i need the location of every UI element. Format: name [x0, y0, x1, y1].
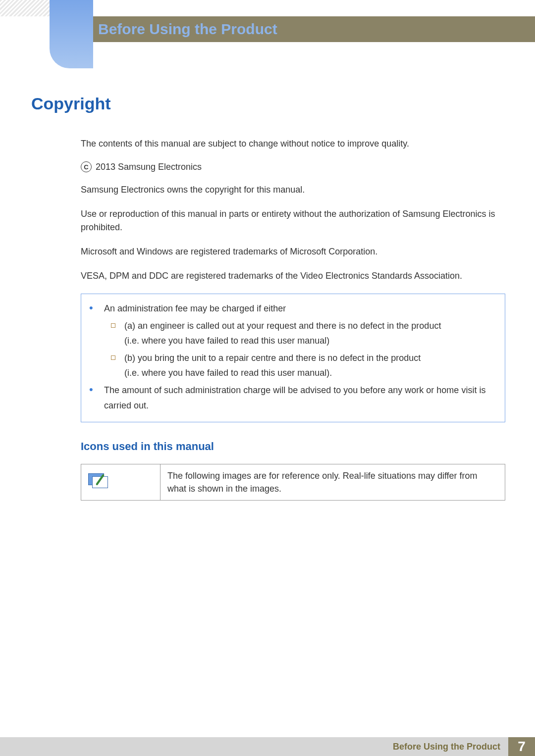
- sub-list-item: (b) you bring the unit to a repair centr…: [111, 351, 496, 381]
- chapter-header-bar: Before Using the Product: [93, 16, 535, 42]
- page-number: 7: [508, 737, 535, 756]
- paragraph: VESA, DPM and DDC are registered tradema…: [81, 269, 505, 283]
- sub-line: (b) you bring the unit to a repair centr…: [124, 351, 496, 366]
- reference-image-icon: [88, 473, 108, 488]
- chapter-title: Before Using the Product: [98, 21, 277, 38]
- paragraph: The contents of this manual are subject …: [81, 137, 505, 151]
- list-item-text: The amount of such administration charge…: [104, 383, 496, 413]
- sub-list-item-text: (a) an engineer is called out at your re…: [124, 318, 496, 349]
- paragraph: Microsoft and Windows are registered tra…: [81, 245, 505, 258]
- icon-description-cell: The following images are for reference o…: [160, 464, 505, 501]
- bullet-square-icon: [111, 323, 115, 328]
- footer-chapter-label: Before Using the Product: [0, 737, 508, 756]
- icon-cell: [81, 464, 160, 501]
- sub-line: (a) an engineer is called out at your re…: [124, 318, 496, 334]
- bullet-dot-icon: •: [86, 301, 95, 316]
- copyright-year-line: C 2013 Samsung Electronics: [81, 161, 505, 172]
- sub-list-item-text: (b) you bring the unit to a repair centr…: [124, 351, 496, 381]
- sub-line: (i.e. where you have failed to read this…: [124, 365, 496, 381]
- decorative-stripe: [0, 0, 50, 16]
- list-item: • An administration fee may be charged i…: [86, 301, 496, 316]
- copyright-year-owner: 2013 Samsung Electronics: [96, 162, 202, 172]
- bullet-square-icon: [111, 355, 115, 360]
- paragraph: Use or reproduction of this manual in pa…: [81, 207, 505, 234]
- body-area: The contents of this manual are subject …: [81, 137, 505, 501]
- chapter-tab-decoration: [50, 0, 93, 68]
- icons-legend-table: The following images are for reference o…: [81, 464, 505, 501]
- subsection-title-icons: Icons used in this manual: [81, 440, 505, 453]
- copyright-icon: C: [81, 161, 92, 172]
- section-title-copyright: Copyright: [31, 94, 505, 113]
- bullet-dot-icon: •: [86, 383, 95, 413]
- page-content: Copyright The contents of this manual ar…: [31, 94, 505, 501]
- admin-fee-notice-box: • An administration fee may be charged i…: [81, 294, 505, 422]
- sub-line: (i.e. where you have failed to read this…: [124, 333, 496, 349]
- page-footer: Before Using the Product 7: [0, 737, 535, 756]
- table-row: The following images are for reference o…: [81, 464, 505, 501]
- list-item: • The amount of such administration char…: [86, 383, 496, 413]
- paragraph: Samsung Electronics owns the copyright f…: [81, 183, 505, 197]
- list-item-text: An administration fee may be charged if …: [104, 301, 496, 316]
- sub-list-item: (a) an engineer is called out at your re…: [111, 318, 496, 349]
